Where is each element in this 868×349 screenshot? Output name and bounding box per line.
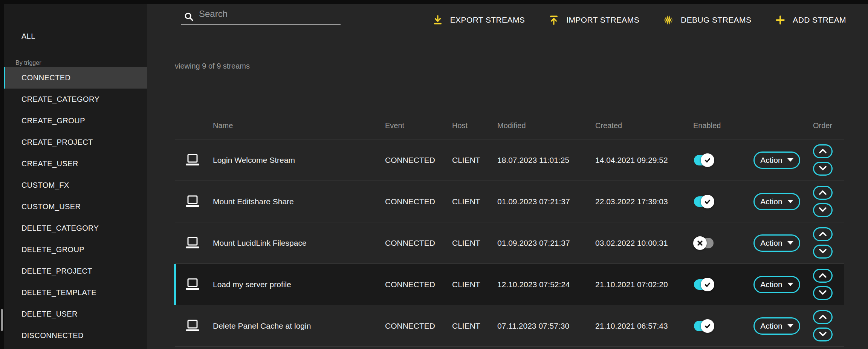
stream-action-cell: Action bbox=[753, 317, 813, 335]
table-row[interactable]: Mount Editshare ShareCONNECTEDCLIENT01.0… bbox=[175, 181, 844, 222]
debug-streams-icon bbox=[663, 14, 674, 26]
sidebar-item-disconnected[interactable]: DISCONNECTED bbox=[4, 325, 147, 346]
order-down-button[interactable] bbox=[813, 162, 833, 176]
left-scrollbar-track bbox=[0, 0, 4, 349]
sidebar-item-label: ALL bbox=[21, 32, 35, 40]
sidebar-item-delete-category[interactable]: DELETE_CATEGORY bbox=[4, 217, 147, 239]
stream-name: Mount Editshare Share bbox=[213, 197, 385, 206]
column-header-enabled: Enabled bbox=[693, 121, 753, 130]
sidebar-item-create-project[interactable]: CREATE_PROJECT bbox=[4, 132, 147, 153]
sidebar-item-label: CREATE_USER bbox=[21, 159, 78, 168]
order-up-button[interactable] bbox=[813, 144, 833, 158]
stream-event: CONNECTED bbox=[385, 197, 452, 206]
order-up-button[interactable] bbox=[813, 269, 833, 283]
column-header-modified: Modified bbox=[497, 121, 595, 130]
stream-enabled-cell bbox=[693, 194, 753, 209]
laptop-icon bbox=[185, 195, 213, 208]
sidebar-item-delete-template[interactable]: DELETE_TEMPLATE bbox=[4, 282, 147, 303]
chevron-down-icon bbox=[818, 290, 827, 297]
stream-name: Delete Panel Cache at login bbox=[213, 321, 385, 331]
action-button-label: Action bbox=[760, 156, 782, 165]
stream-action-cell: Action bbox=[753, 234, 813, 252]
sidebar-item-create-category[interactable]: CREATE_CATEGORY bbox=[4, 89, 147, 110]
stream-order-cell bbox=[813, 269, 844, 300]
sidebar-item-delete-project[interactable]: DELETE_PROJECT bbox=[4, 260, 147, 282]
column-header-name: Name bbox=[213, 121, 385, 130]
enabled-toggle[interactable] bbox=[693, 319, 714, 333]
stream-created: 21.10.2021 07:02:20 bbox=[595, 280, 693, 289]
sidebar-item-create-group[interactable]: CREATE_GROUP bbox=[4, 110, 147, 132]
table-header-row: Name Event Host Modified Created Enabled… bbox=[175, 92, 844, 139]
stream-order-cell bbox=[813, 144, 844, 176]
stream-name: Mount LucidLink Filespace bbox=[213, 239, 385, 248]
sidebar-item-all[interactable]: ALL bbox=[4, 26, 147, 47]
stream-modified: 07.11.2023 07:57:30 bbox=[497, 321, 595, 331]
action-button[interactable]: Action bbox=[753, 152, 800, 169]
enabled-toggle[interactable] bbox=[693, 277, 714, 292]
search-input[interactable] bbox=[181, 5, 341, 25]
table-row[interactable]: Mount LucidLink FilespaceCONNECTEDCLIENT… bbox=[175, 222, 844, 264]
table-row[interactable]: Login Welcome StreamCONNECTEDCLIENT18.07… bbox=[175, 139, 844, 181]
enabled-toggle[interactable] bbox=[693, 236, 714, 250]
left-scrollbar-thumb[interactable] bbox=[1, 309, 3, 331]
sidebar-item-connected[interactable]: CONNECTED bbox=[4, 67, 147, 89]
stream-action-cell: Action bbox=[753, 193, 813, 210]
sidebar-item-label: DELETE_TEMPLATE bbox=[21, 288, 96, 297]
toolbar-button-label: ADD STREAM bbox=[793, 15, 846, 24]
toolbar-button-label: EXPORT STREAMS bbox=[450, 15, 525, 24]
stream-modified: 01.09.2023 07:21:37 bbox=[497, 197, 595, 206]
order-up-button[interactable] bbox=[813, 227, 833, 241]
import-streams-icon bbox=[548, 14, 559, 26]
order-down-button[interactable] bbox=[813, 328, 833, 341]
stream-type-cell bbox=[175, 195, 213, 208]
sidebar-item-label: CREATE_PROJECT bbox=[21, 138, 93, 146]
toggle-check-icon bbox=[701, 278, 714, 291]
toolbar-button-label: IMPORT STREAMS bbox=[566, 15, 639, 24]
stream-action-cell: Action bbox=[753, 152, 813, 169]
order-up-button[interactable] bbox=[813, 310, 833, 324]
stream-modified: 12.10.2023 07:52:24 bbox=[497, 280, 595, 289]
sidebar-item-delete-group[interactable]: DELETE_GROUP bbox=[4, 239, 147, 260]
toggle-x-icon bbox=[693, 236, 707, 250]
sidebar-item-label: CONNECTED bbox=[21, 73, 70, 82]
order-up-button[interactable] bbox=[813, 186, 833, 200]
sidebar-item-label: DISCONNECTED bbox=[21, 331, 84, 340]
table-row[interactable]: Delete Panel Cache at loginCONNECTEDCLIE… bbox=[175, 305, 844, 347]
stream-enabled-cell bbox=[693, 319, 753, 333]
enabled-toggle[interactable] bbox=[693, 153, 714, 167]
stream-host: CLIENT bbox=[452, 280, 497, 289]
stream-created: 03.02.2022 10:00:31 bbox=[595, 239, 693, 248]
import-streams-button[interactable]: IMPORT STREAMS bbox=[548, 14, 639, 26]
chevron-up-icon bbox=[818, 272, 827, 279]
sidebar-item-custom-fx[interactable]: CUSTOM_FX bbox=[4, 174, 147, 196]
debug-streams-button[interactable]: DEBUG STREAMS bbox=[663, 14, 751, 26]
order-down-button[interactable] bbox=[813, 286, 833, 300]
table-row[interactable]: Load my server profileCONNECTEDCLIENT12.… bbox=[175, 264, 844, 305]
laptop-icon bbox=[185, 237, 213, 249]
sidebar-item-delete-user[interactable]: DELETE_USER bbox=[4, 303, 147, 325]
sidebar: ALL By trigger CONNECTEDCREATE_CATEGORYC… bbox=[4, 4, 147, 349]
streams-manager-screen: ALL By trigger CONNECTEDCREATE_CATEGORYC… bbox=[0, 0, 868, 349]
action-button[interactable]: Action bbox=[753, 317, 800, 335]
action-button-label: Action bbox=[760, 280, 782, 289]
sidebar-item-label: DELETE_GROUP bbox=[21, 245, 84, 254]
sidebar-item-custom-user[interactable]: CUSTOM_USER bbox=[4, 196, 147, 217]
add-stream-button[interactable]: ADD STREAM bbox=[775, 14, 846, 26]
stream-event: CONNECTED bbox=[385, 280, 452, 289]
sidebar-item-create-user[interactable]: CREATE_USER bbox=[4, 153, 147, 174]
action-button[interactable]: Action bbox=[753, 234, 800, 252]
stream-order-cell bbox=[813, 186, 844, 217]
stream-type-cell bbox=[175, 278, 213, 291]
laptop-icon bbox=[185, 320, 213, 332]
stream-created: 22.03.2022 17:39:03 bbox=[595, 197, 693, 206]
caret-down-icon bbox=[787, 200, 793, 203]
enabled-toggle[interactable] bbox=[693, 194, 714, 209]
sidebar-item-label: DELETE_USER bbox=[21, 310, 78, 318]
toggle-check-icon bbox=[701, 195, 714, 208]
chevron-down-icon bbox=[818, 248, 827, 255]
action-button[interactable]: Action bbox=[753, 193, 800, 210]
export-streams-button[interactable]: EXPORT STREAMS bbox=[432, 14, 525, 26]
order-down-button[interactable] bbox=[813, 203, 833, 217]
action-button[interactable]: Action bbox=[753, 276, 800, 293]
order-down-button[interactable] bbox=[813, 245, 833, 259]
